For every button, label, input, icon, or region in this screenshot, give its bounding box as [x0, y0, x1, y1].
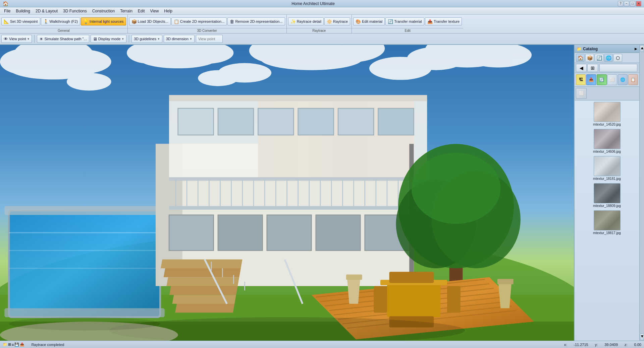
- catalog-nav-back[interactable]: ◀: [576, 64, 587, 72]
- dropdown-arrow-dimension: ▼: [190, 38, 192, 41]
- catalog-tab-1[interactable]: 📦: [585, 54, 594, 62]
- catalog-nav-row: ◀ ⊞: [575, 63, 639, 73]
- edit-material-button[interactable]: 🎨 Edit material: [353, 17, 385, 25]
- 3d-dimension-button[interactable]: 3D dimension ▼: [164, 35, 195, 43]
- eye-icon: 👁: [4, 37, 8, 41]
- catalog-item-2[interactable]: mtextur_18181.jpg: [576, 156, 638, 181]
- coord-y-label: y:: [595, 343, 598, 347]
- minimize-button[interactable]: −: [624, 1, 629, 6]
- viewport-3d[interactable]: [0, 45, 574, 341]
- internal-light-sources-button[interactable]: 💡 Internal light sources: [81, 17, 126, 25]
- catalog-item-1[interactable]: mtextur_14606.jpg: [576, 129, 638, 153]
- load-icon: 📦: [131, 19, 137, 24]
- transfer-material-icon: 🔄: [388, 19, 393, 24]
- catalog-thumbnail-0: [594, 102, 621, 122]
- set-3d-viewpoint-button[interactable]: 📐 Set 3D viewpoint: [1, 17, 40, 25]
- create-2d-icon: 📋: [174, 19, 179, 24]
- scrollbar-up-button[interactable]: ▲: [640, 45, 644, 52]
- catalog-nav-grid[interactable]: ⊞: [587, 64, 598, 72]
- coord-x-label: x:: [564, 343, 567, 347]
- status-message: Raytrace completed: [31, 343, 64, 347]
- remove-2d-representation-button[interactable]: 🗑 Remove 2D-representation...: [227, 17, 285, 25]
- raytrace-icon: 🔆: [327, 19, 332, 24]
- catalog-tab-2[interactable]: 🔄: [595, 54, 603, 62]
- simulate-shadow-button[interactable]: ☀ Simulate Shadow path "...: [37, 35, 89, 43]
- transfer-texture-icon: 📤: [427, 19, 433, 24]
- close-button[interactable]: ✕: [636, 1, 641, 6]
- coord-x-value: -11.2715: [574, 343, 588, 347]
- catalog-tab-4[interactable]: ⬡: [613, 54, 622, 62]
- catalog-scrollbar[interactable]: ▲ ▼: [639, 45, 644, 341]
- menu-bar: File Building 2D & Layout 3D Functions C…: [0, 7, 644, 15]
- catalog-header: 📁 Catalog ▶: [575, 45, 639, 53]
- menu-file[interactable]: File: [1, 8, 13, 14]
- app-icon: 🏠: [3, 1, 8, 6]
- separator-1: [34, 35, 35, 43]
- walkthrough-button[interactable]: 🚶 Walkthrough (F2): [41, 17, 80, 25]
- catalog-nav-icon-3[interactable]: 🔃: [597, 74, 606, 85]
- catalog-name-2: mtextur_18181.jpg: [593, 177, 621, 181]
- statusbar-icon-export: 📤: [20, 342, 24, 347]
- 3d-guidelines-button[interactable]: 3D guidelines ▼: [131, 35, 162, 43]
- statusbar-icon-save: 💾: [14, 342, 19, 347]
- catalog-nav-icon-6[interactable]: 📋: [628, 74, 638, 85]
- catalog-name-1: mtextur_14606.jpg: [593, 150, 621, 153]
- catalog-item-4[interactable]: mtextur_18817.jpg: [576, 210, 638, 235]
- shadow-icon: ☀: [39, 37, 43, 41]
- view-point-input[interactable]: [196, 35, 223, 43]
- toolbar-general-buttons: 📐 Set 3D viewpoint 🚶 Walkthrough (F2) 💡 …: [0, 15, 127, 28]
- catalog-tab-0[interactable]: 🏠: [576, 54, 585, 62]
- coord-z-label: z:: [625, 343, 628, 347]
- display-mode-button[interactable]: 🖥 Display mode ▼: [91, 35, 127, 43]
- app-title: Home Architect Ultimate: [8, 1, 618, 6]
- raytrace-button[interactable]: 🔆 Raytrace: [324, 17, 350, 25]
- menu-building[interactable]: Building: [13, 8, 33, 14]
- window-controls: ? − □ ✕: [618, 1, 641, 6]
- scrollbar-down-button[interactable]: ▼: [640, 334, 644, 340]
- menu-2d-layout[interactable]: 2D & Layout: [33, 8, 60, 14]
- menu-edit[interactable]: Edit: [135, 8, 148, 14]
- load-3d-objects-button[interactable]: 📦 Load 3D Objects...: [129, 17, 171, 25]
- catalog-panel-wrapper: 📁 Catalog ▶ 🏠 📦 🔄 🌐 ⬡ ◀ ⊞: [574, 45, 644, 341]
- menu-help[interactable]: Help: [161, 8, 175, 14]
- catalog-arrow-icon[interactable]: ▶: [635, 47, 637, 51]
- transfer-texture-button[interactable]: 📤 Transfer texture: [425, 17, 462, 25]
- main-area: 📁 Catalog ▶ 🏠 📦 🔄 🌐 ⬡ ◀ ⊞: [0, 45, 644, 341]
- coord-z-value: 0.00: [634, 343, 641, 347]
- remove-icon: 🗑: [230, 19, 234, 24]
- statusbar-icon-folder: 📁: [3, 342, 7, 347]
- transfer-material-button[interactable]: 🔄 Transfer material: [385, 17, 424, 25]
- toolbar-general-label: General: [0, 28, 127, 33]
- help-button[interactable]: ?: [618, 1, 623, 6]
- catalog-tab-3[interactable]: 🌐: [604, 54, 613, 62]
- toolbar-converter-label: 3D Converter: [128, 28, 286, 33]
- toolbar: 📐 Set 3D viewpoint 🚶 Walkthrough (F2) 💡 …: [0, 15, 644, 45]
- catalog-item-0[interactable]: mtextur_14520.jpg: [576, 102, 638, 126]
- viewpoint-icon: 📐: [4, 19, 9, 24]
- menu-3d-functions[interactable]: 3D Functions: [60, 8, 90, 14]
- catalog-name-0: mtextur_14520.jpg: [593, 123, 621, 126]
- menu-construction[interactable]: Construction: [90, 8, 117, 14]
- catalog-nav-icon-2[interactable]: 📥: [586, 74, 596, 85]
- catalog-thumbnail-2: [594, 156, 621, 176]
- catalog-item-3[interactable]: mtextur_18809.jpg: [576, 183, 638, 208]
- raytrace-detail-button[interactable]: ✨ Raytrace detail: [288, 17, 324, 25]
- toolbar-edit-group: 🎨 Edit material 🔄 Transfer material 📤 Tr…: [352, 15, 463, 33]
- toolbar-raytrace-group: ✨ Raytrace detail 🔆 Raytrace Raytrace: [287, 15, 352, 33]
- menu-view[interactable]: View: [148, 8, 162, 14]
- maximize-button[interactable]: □: [630, 1, 635, 6]
- catalog-name-3: mtextur_18809.jpg: [593, 204, 621, 208]
- view-point-button[interactable]: 👁 View point ▼: [1, 35, 32, 43]
- catalog-nav-icon-5[interactable]: 🌐: [618, 74, 628, 85]
- light-icon: 💡: [83, 19, 89, 24]
- catalog-nav2-icon-1: ⬜: [576, 88, 587, 99]
- menu-terrain[interactable]: Terrain: [117, 8, 135, 14]
- statusbar-icon-grid: ⊞: [8, 342, 11, 347]
- catalog-panel: 📁 Catalog ▶ 🏠 📦 🔄 🌐 ⬡ ◀ ⊞: [574, 45, 639, 341]
- statusbar-icon-list: ≡: [12, 343, 14, 347]
- create-2d-representation-button[interactable]: 📋 Create 2D representation...: [171, 17, 227, 25]
- catalog-name-4: mtextur_18817.jpg: [593, 231, 621, 235]
- catalog-nav-icon-1[interactable]: 🏗: [576, 74, 586, 85]
- catalog-thumbnail-4: [594, 210, 621, 230]
- status-bar: 📁 ⊞ ≡ 💾 📤 Raytrace completed x: -11.2715…: [0, 341, 644, 348]
